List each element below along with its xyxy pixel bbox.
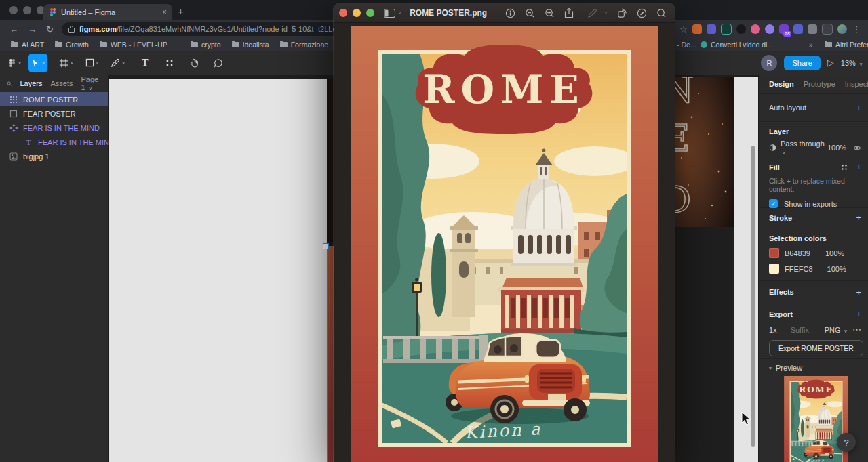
extension-icon-1[interactable]	[692, 24, 702, 34]
frame-tool-button[interactable]: ∨	[57, 54, 76, 72]
layer-row-text[interactable]: T FEAR IS IN THE MIND	[0, 135, 108, 149]
color-hex[interactable]: B64839	[785, 249, 810, 257]
text-tool-button[interactable]: T	[136, 54, 155, 72]
sidebar-chevron-icon[interactable]: ∨	[398, 10, 401, 16]
reload-icon[interactable]: ↻	[46, 24, 54, 35]
forward-icon[interactable]: →	[28, 24, 37, 35]
sidebar-toggle-icon[interactable]	[384, 9, 395, 18]
shape-tool-button[interactable]: ∨	[83, 54, 102, 72]
color-swatch[interactable]	[769, 248, 779, 258]
export-scale-dropdown[interactable]: 1x	[769, 326, 777, 334]
bookmark-item[interactable]: Formazione	[280, 41, 328, 49]
annotate-icon[interactable]	[637, 8, 647, 18]
export-options-button[interactable]: ⋯	[852, 324, 861, 335]
layer-row-component[interactable]: FEAR IS IN THE MIND	[0, 121, 108, 135]
show-in-exports-checkbox[interactable]: ✓	[769, 199, 778, 208]
color-opacity[interactable]: 100%	[827, 265, 846, 273]
bookmarks-overflow-icon[interactable]: »	[809, 41, 813, 49]
layer-row-bigjpg[interactable]: bigjpg 1	[0, 149, 108, 163]
bookmark-item[interactable]: AI ART	[11, 41, 44, 49]
bookmark-item[interactable]: Idealista	[232, 41, 269, 49]
add-fill-button[interactable]: +	[856, 162, 861, 172]
extension-icon-3[interactable]	[721, 24, 732, 35]
canvas-fear-poster-partial[interactable]: N E D	[671, 77, 734, 227]
profile-avatar[interactable]	[837, 24, 847, 34]
layer-row-fear-poster[interactable]: FEAR POSTER	[0, 106, 108, 121]
visibility-eye-icon[interactable]	[853, 145, 861, 151]
bookmark-item[interactable]: Converti i video di...	[701, 41, 773, 49]
preview-window[interactable]: ∨ ROME POSTER.png ∨	[334, 3, 675, 462]
tab-close-icon[interactable]: ×	[162, 7, 167, 17]
tab-layers[interactable]: Layers	[20, 79, 42, 87]
export-suffix-input[interactable]	[789, 325, 821, 335]
extension-icon-7[interactable]: 18	[779, 24, 789, 34]
rotate-icon[interactable]	[617, 8, 627, 18]
extension-icon-4[interactable]	[736, 24, 746, 34]
extension-icon-2[interactable]	[707, 24, 716, 34]
add-effect-button[interactable]: +	[856, 287, 861, 297]
extension-icon-6[interactable]	[765, 24, 774, 34]
pen-tool-button[interactable]: ∨	[108, 54, 127, 72]
export-rome-poster-button[interactable]: Export ROME POSTER	[769, 340, 863, 356]
help-button[interactable]: ?	[837, 433, 856, 452]
share-button[interactable]: Share	[784, 56, 820, 70]
main-menu-button[interactable]: ∨	[5, 54, 24, 72]
bookmark-item[interactable]: Growth	[55, 41, 89, 49]
new-tab-button[interactable]: +	[178, 5, 184, 17]
extension-icon-8[interactable]	[793, 24, 803, 34]
browser-tab[interactable]: Untitled – Figma ×	[43, 4, 172, 20]
tab-inspect[interactable]: Inspect	[845, 80, 868, 88]
comment-tool-button[interactable]	[209, 54, 228, 72]
extension-icon-5[interactable]	[751, 24, 760, 34]
zoom-in-icon[interactable]	[545, 8, 555, 18]
selection-handle[interactable]	[323, 243, 329, 249]
layer-opacity-field[interactable]: 100%	[827, 144, 846, 152]
zoom-button[interactable]	[366, 9, 374, 17]
add-export-button[interactable]: +	[856, 309, 861, 319]
browser-menu-icon[interactable]: ⋮	[852, 24, 861, 35]
move-tool-button[interactable]: ∨	[28, 54, 47, 72]
blend-mode-dropdown[interactable]: Pass through ∨	[781, 140, 827, 156]
minimize-button[interactable]	[353, 9, 361, 17]
bookmark-item-partial[interactable]: - De...	[677, 41, 696, 49]
close-button[interactable]	[339, 9, 347, 17]
zoom-out-icon[interactable]	[525, 8, 535, 18]
tab-prototype[interactable]: Prototype	[804, 80, 835, 88]
present-play-button[interactable]: ▷	[827, 58, 834, 68]
layer-row-rome-poster[interactable]: ROME POSTER	[0, 92, 108, 106]
tab-design[interactable]: Design	[769, 80, 794, 88]
hand-tool-button[interactable]	[184, 54, 203, 72]
bookmark-star-icon[interactable]: ☆	[679, 24, 688, 35]
remove-export-button[interactable]: −	[842, 309, 847, 319]
canvas-scrollbar[interactable]	[751, 146, 755, 447]
window-close-button[interactable]	[9, 6, 18, 14]
bookmark-item[interactable]: crypto	[191, 41, 221, 49]
tab-assets[interactable]: Assets	[50, 79, 73, 87]
bookmark-item[interactable]: WEB - LEVEL-UP	[100, 41, 167, 49]
blend-mode-icon[interactable]	[769, 144, 776, 152]
styles-icon[interactable]	[841, 164, 848, 171]
zoom-level-dropdown[interactable]: 13% ∨	[841, 59, 863, 67]
resources-icon	[165, 58, 174, 68]
back-icon[interactable]: ←	[9, 24, 18, 35]
add-stroke-button[interactable]: +	[856, 213, 861, 223]
disclosure-triangle-icon[interactable]: ▾	[769, 365, 772, 371]
other-bookmarks[interactable]: Altri Preferiti	[825, 41, 868, 49]
resources-button[interactable]	[160, 54, 179, 72]
share-icon[interactable]	[564, 7, 574, 18]
search-icon[interactable]	[656, 8, 667, 18]
color-opacity[interactable]: 100%	[825, 249, 844, 257]
color-swatch[interactable]	[769, 264, 779, 274]
info-icon[interactable]	[505, 8, 515, 18]
canvas-frame-white[interactable]	[109, 79, 327, 462]
page-selector[interactable]: Page 1 ∨	[81, 75, 102, 91]
add-auto-layout-button[interactable]: +	[856, 103, 861, 113]
window-minimize-button[interactable]	[23, 6, 31, 14]
export-format-dropdown[interactable]: PNG ∨	[825, 326, 848, 334]
preview-titlebar[interactable]: ∨ ROME POSTER.png ∨	[334, 3, 675, 23]
extensions-puzzle-icon[interactable]	[808, 24, 817, 34]
user-avatar[interactable]: R	[761, 55, 777, 71]
color-hex[interactable]: FFEFC8	[785, 265, 813, 273]
search-icon[interactable]	[7, 80, 12, 87]
extension-icon-9[interactable]	[822, 24, 833, 35]
